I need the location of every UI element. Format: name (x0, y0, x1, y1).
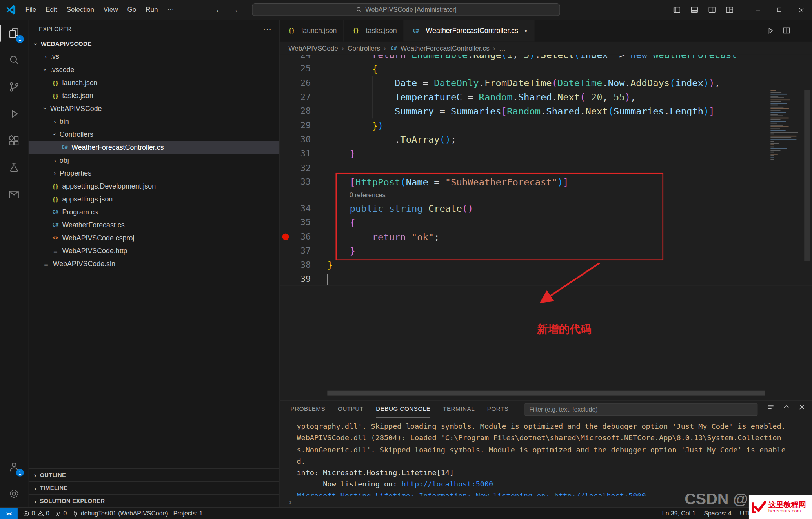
status-projects[interactable]: Projects: 1 (173, 510, 203, 517)
code-editor[interactable]: 24 return Enumerable.Range(1, 5).Select(… (280, 55, 812, 400)
back-button[interactable]: ← (215, 5, 223, 15)
menu-selection[interactable]: Selection (62, 3, 99, 16)
activity-settings[interactable] (0, 480, 28, 507)
code-line-27[interactable]: 27 TemperatureC = Random.Shared.Next(-20… (280, 90, 812, 104)
tree-item-webapivscode[interactable]: ›WebAPIVSCode (29, 102, 279, 115)
codelens-references[interactable]: 0 references (280, 189, 812, 201)
code-line-36[interactable]: 36 return "ok"; (280, 230, 812, 244)
console-link[interactable]: http://localhost:5000 (554, 492, 646, 496)
code-line-25[interactable]: 25 { (280, 62, 812, 76)
tree-item-bin[interactable]: ›bin (29, 115, 279, 128)
activity-testing[interactable] (0, 154, 28, 181)
menu-edit[interactable]: Edit (41, 3, 62, 16)
activity-mail[interactable] (0, 181, 28, 208)
breadcrumb-item-more[interactable]: … (499, 44, 506, 52)
run-button[interactable] (766, 26, 775, 35)
panel-tab-problems[interactable]: PROBLEMS (291, 401, 326, 418)
code-line-31[interactable]: 31 } (280, 147, 812, 161)
close-window-button[interactable] (790, 0, 812, 20)
activity-run-debug[interactable] (0, 100, 28, 127)
tree-item-webapivscode-csproj[interactable]: <>WebAPIVSCode.csproj (29, 231, 279, 244)
tree-item-launch-json[interactable]: {}launch.json (29, 76, 279, 89)
tree-item-obj[interactable]: ›obj (29, 154, 279, 167)
status-debug-target[interactable]: debugTest01 (WebAPIVSCode) (72, 510, 168, 517)
code-line-24[interactable]: 24 return Enumerable.Range(1, 5).Select(… (280, 55, 812, 62)
explorer-more-actions-icon[interactable]: ··· (263, 25, 272, 33)
tree-item-controllers[interactable]: ›Controllers (29, 128, 279, 141)
split-editor-button[interactable] (783, 26, 791, 34)
tree-item-vscode[interactable]: ›.vscode (29, 63, 279, 76)
tree-item-tasks-json[interactable]: {}tasks.json (29, 89, 279, 102)
status-problems[interactable]: 0 0 (23, 510, 49, 517)
code-line-26[interactable]: 26 Date = DateOnly.FromDateTime(DateTime… (280, 76, 812, 90)
tree-item-weatherforecast-cs[interactable]: C#WeatherForecast.cs (29, 218, 279, 231)
maximize-button[interactable] (768, 0, 790, 20)
explorer-root-folder[interactable]: › WEBAPIVSCODE (29, 38, 279, 50)
code-line-39[interactable]: 39 (280, 272, 812, 286)
breakpoint-gutter[interactable] (280, 233, 291, 240)
customize-layout-icon[interactable] (722, 0, 737, 20)
code-line-32[interactable]: 32 (280, 161, 812, 175)
tab-tasks-json[interactable]: {}tasks.json (344, 20, 404, 41)
tab-launch-json[interactable]: {}launch.json (280, 20, 344, 41)
menu-file[interactable]: File (21, 3, 41, 16)
tree-item-webapivscode-sln[interactable]: ≡WebAPIVSCode.sln (29, 257, 279, 270)
console-options-icon[interactable] (767, 403, 775, 411)
activity-extensions[interactable] (0, 127, 28, 154)
command-center-search[interactable]: WebAPIVSCode [Administrator] (252, 3, 560, 16)
tree-item-appsettings-json[interactable]: {}appsettings.json (29, 192, 279, 205)
breadcrumb-item-webapivscode[interactable]: WebAPIVSCode (288, 44, 338, 52)
debug-console-input[interactable]: › (280, 496, 812, 507)
panel-tab-debug-console[interactable]: DEBUG CONSOLE (376, 401, 430, 418)
tree-item-properties[interactable]: ›Properties (29, 167, 279, 180)
status-ln-39-col-1[interactable]: Ln 39, Col 1 (662, 510, 695, 517)
status-ports[interactable]: 0 (55, 510, 67, 517)
tree-item-program-cs[interactable]: C#Program.cs (29, 205, 279, 218)
minimize-button[interactable] (747, 0, 768, 20)
code-line-35[interactable]: 35 { (280, 216, 812, 230)
code-line-37[interactable]: 37 } (280, 244, 812, 258)
tree-item-vs[interactable]: ›.vs (29, 50, 279, 63)
tree-item-webapivscode-http[interactable]: ≡WebAPIVSCode.http (29, 244, 279, 257)
more-editor-actions-icon[interactable]: ··· (799, 27, 807, 34)
code-line-30[interactable]: 30 .ToArray(); (280, 132, 812, 147)
menu-more[interactable]: ··· (163, 3, 179, 16)
panel-tab-ports[interactable]: PORTS (487, 401, 509, 418)
vertical-scrollbar[interactable] (804, 90, 810, 261)
code-line-34[interactable]: 34 public string Create() (280, 201, 812, 215)
section-timeline[interactable]: ›TIMELINE (29, 481, 279, 494)
activity-source-control[interactable] (0, 73, 28, 100)
tree-item-weatherforecastcontroller-cs[interactable]: C#WeatherForecastController.cs (29, 141, 279, 154)
toggle-primary-sidebar-icon[interactable] (669, 0, 685, 20)
panel-tab-terminal[interactable]: TERMINAL (443, 401, 475, 418)
console-link[interactable]: http://localhost:5000 (402, 480, 493, 488)
horizontal-scrollbar[interactable] (327, 391, 765, 396)
breadcrumb-item-controllers[interactable]: Controllers (348, 44, 380, 52)
toggle-panel-icon[interactable] (687, 0, 703, 20)
toggle-secondary-sidebar-icon[interactable] (704, 0, 720, 20)
tree-item-appsettings-development-json[interactable]: {}appsettings.Development.json (29, 180, 279, 192)
minimap[interactable] (770, 90, 801, 359)
remote-indicator[interactable]: >< (0, 508, 18, 519)
forward-button[interactable]: → (230, 5, 239, 15)
activity-account[interactable]: 1 (0, 453, 28, 480)
menu-run[interactable]: Run (141, 3, 162, 16)
console-line: info: Microsoft.Hosting.Lifetime[14] (297, 467, 812, 478)
maximize-panel-icon[interactable] (783, 403, 790, 411)
code-line-33[interactable]: 33 [HttpPost(Name = "SubWeatherForecast"… (280, 175, 812, 189)
status-spaces-4[interactable]: Spaces: 4 (704, 510, 731, 517)
tab-weatherforecastcontroller-cs[interactable]: C#WeatherForecastController.cs● (404, 20, 534, 41)
close-panel-icon[interactable] (798, 403, 806, 411)
menu-view[interactable]: View (99, 3, 123, 16)
code-line-29[interactable]: 29 }) (280, 118, 812, 132)
code-line-28[interactable]: 28 Summary = Summaries[Random.Shared.Nex… (280, 104, 812, 118)
breadcrumb-item-weatherforecastcontroller-cs[interactable]: C#WeatherForecastController.cs (390, 44, 489, 52)
activity-explorer[interactable]: 1 (0, 20, 28, 47)
menu-go[interactable]: Go (123, 3, 141, 16)
code-line-38[interactable]: 38} (280, 258, 812, 272)
console-filter-input[interactable] (524, 403, 757, 416)
panel-tab-output[interactable]: OUTPUT (338, 401, 364, 418)
section-outline[interactable]: ›OUTLINE (29, 468, 279, 481)
activity-search[interactable] (0, 47, 28, 74)
section-solution-explorer[interactable]: ›SOLUTION EXPLORER (29, 494, 279, 507)
